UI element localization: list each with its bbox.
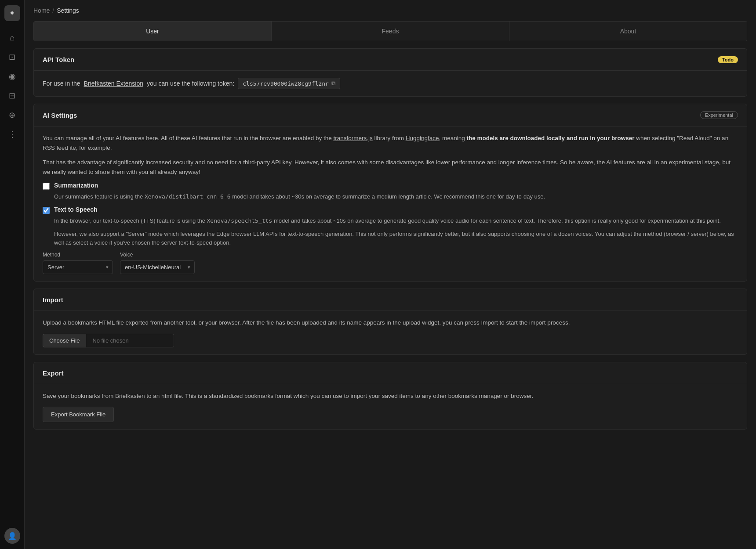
copy-icon[interactable]: ⧉ (331, 80, 335, 87)
tts-checkbox[interactable] (43, 207, 50, 214)
summarization-label[interactable]: Summarization (54, 182, 98, 189)
method-group: Method Browser Server (43, 252, 113, 274)
export-bookmark-button[interactable]: Export Bookmark File (43, 407, 114, 422)
file-name-display: No file chosen (86, 334, 174, 347)
import-section: Import Upload a bookmarks HTML file expo… (33, 289, 747, 355)
voice-select-wrapper: en-US-MichelleNeural en-US-AriaNeural en… (120, 260, 195, 274)
tts-desc-1: In the browser, our text-to-speech (TTS)… (54, 217, 738, 225)
app-logo[interactable]: ✦ (4, 5, 20, 21)
summarization-desc: Our summaries feature is using the Xenov… (54, 192, 738, 201)
ai-desc-2: That has the advantage of significantly … (43, 158, 738, 177)
user-avatar[interactable]: 👤 (4, 528, 20, 544)
tts-desc-2: However, we also support a "Server" mode… (54, 230, 738, 247)
voice-select[interactable]: en-US-MichelleNeural en-US-AriaNeural en… (120, 260, 195, 274)
api-token-row: For use in the Briefkasten Extension you… (43, 78, 738, 89)
api-token-header: API Token Todo (34, 49, 747, 71)
api-token-prefix: For use in the (43, 80, 80, 87)
tts-selects: Method Browser Server Voice en-US-Michel… (43, 252, 738, 274)
export-header: Export (34, 362, 747, 384)
export-title: Export (43, 369, 64, 377)
tab-user[interactable]: User (34, 22, 272, 41)
export-description: Save your bookmarks from Briefkasten to … (43, 391, 738, 401)
package-icon[interactable]: ⊕ (4, 107, 20, 123)
ai-settings-title: AI Settings (43, 112, 77, 119)
huggingface-link[interactable]: Huggingface (406, 135, 439, 141)
token-value: cls57rev90000iw28cg9fl2nr (243, 80, 329, 87)
home-icon[interactable]: ⌂ (4, 30, 20, 46)
breadcrumb-home[interactable]: Home (33, 7, 50, 14)
tab-feeds[interactable]: Feeds (272, 22, 509, 41)
method-select[interactable]: Browser Server (43, 260, 113, 274)
tts-row: Text to Speech (43, 206, 738, 214)
import-title: Import (43, 296, 63, 303)
file-input-wrapper: Choose File No file chosen (43, 334, 738, 347)
api-token-suffix: you can use the following token: (147, 80, 234, 87)
voice-group: Voice en-US-MichelleNeural en-US-AriaNeu… (120, 252, 195, 274)
ai-settings-body: You can manage all of your AI features h… (34, 126, 747, 281)
api-token-badge: Todo (718, 56, 738, 63)
summarization-row: Summarization (43, 182, 738, 190)
method-select-wrapper: Browser Server (43, 260, 113, 274)
api-token-title: API Token (43, 56, 74, 63)
method-label: Method (43, 252, 113, 258)
token-box: cls57rev90000iw28cg9fl2nr ⧉ (238, 78, 340, 89)
tab-about[interactable]: About (509, 22, 747, 41)
ai-desc-1: You can manage all of your AI features h… (43, 134, 738, 152)
choose-file-button[interactable]: Choose File (43, 334, 86, 347)
ai-settings-badge: Experimental (700, 111, 738, 119)
bookmark-icon[interactable]: ⊡ (4, 49, 20, 65)
voice-label: Voice (120, 252, 195, 258)
export-section: Export Save your bookmarks from Briefkas… (33, 362, 747, 430)
inbox-icon[interactable]: ⊟ (4, 88, 20, 104)
rss-icon[interactable]: ◉ (4, 69, 20, 84)
summarization-checkbox[interactable] (43, 183, 50, 190)
briefkasten-extension-link[interactable]: Briefkasten Extension (84, 80, 143, 87)
breadcrumb-current: Settings (57, 7, 79, 14)
import-header: Import (34, 289, 747, 311)
import-description: Upload a bookmarks HTML file exported fr… (43, 318, 738, 328)
export-body: Save your bookmarks from Briefkasten to … (34, 384, 747, 430)
breadcrumb-separator: / (52, 7, 54, 14)
api-token-body: For use in the Briefkasten Extension you… (34, 71, 747, 96)
api-token-section: API Token Todo For use in the Briefkaste… (33, 48, 747, 97)
sidebar: ✦ ⌂ ⊡ ◉ ⊟ ⊕ ⋮ 👤 (0, 0, 25, 549)
transformers-link[interactable]: transformers.js (333, 135, 372, 141)
main-content: Home / Settings User Feeds About API Tok… (25, 0, 756, 549)
breadcrumb: Home / Settings (33, 7, 747, 14)
import-body: Upload a bookmarks HTML file exported fr… (34, 311, 747, 354)
ai-settings-header: AI Settings Experimental (34, 104, 747, 126)
settings-tabs: User Feeds About (33, 21, 747, 41)
tts-label[interactable]: Text to Speech (54, 206, 98, 213)
ai-settings-section: AI Settings Experimental You can manage … (33, 104, 747, 282)
tag-icon[interactable]: ⋮ (4, 126, 20, 142)
